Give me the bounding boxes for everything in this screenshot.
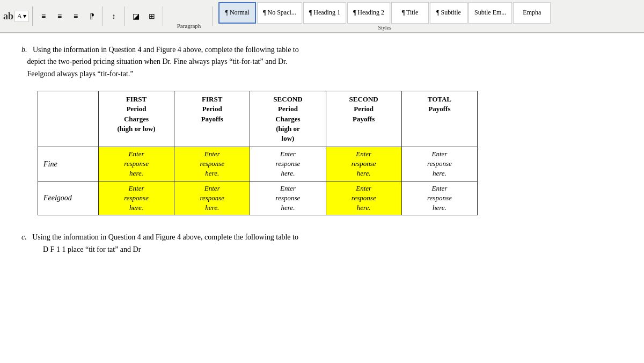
fine-col5[interactable]: Enterresponsehere. [401, 147, 477, 182]
question-c-label: c. [21, 233, 31, 241]
header-second-period-charges-text: SECONDPeriodCharges(high orlow) [273, 95, 302, 142]
question-b-line2: depict the two-period pricing situation … [21, 57, 287, 66]
fine-label: Fine [38, 147, 99, 182]
ab-icon: ab [3, 11, 13, 22]
shading-icon[interactable]: ◪ [128, 9, 143, 24]
style-no-spacing[interactable]: ¶ No Spaci... [257, 2, 302, 24]
feelgood-col4[interactable]: Enterresponsehere. [326, 181, 401, 215]
fine-col1[interactable]: Enterresponsehere. [98, 147, 174, 182]
style-no-spacing-label: ¶ No Spaci... [263, 9, 296, 17]
divider1 [32, 6, 33, 26]
header-second-period-payoffs: SECONDPeriodPayoffs [326, 91, 401, 147]
styles-area: ¶ Normal ¶ No Spaci... ¶ Heading 1 ¶ Hea… [218, 2, 551, 31]
divider3 [125, 6, 125, 26]
style-empha[interactable]: Empha [513, 2, 551, 24]
borders-icon[interactable]: ⊞ [144, 9, 159, 24]
payoff-table: FIRSTPeriodCharges(high or low) FIRSTPer… [38, 91, 478, 215]
style-heading2[interactable]: ¶ Heading 2 [347, 2, 390, 24]
feelgood-label: Feelgood [38, 181, 99, 215]
feelgood-col3[interactable]: Enterresponsehere. [250, 181, 326, 215]
style-title[interactable]: ¶ Title [391, 2, 429, 24]
paragraph-label: Paragraph [177, 23, 201, 29]
sort-icon[interactable]: ↕ [106, 9, 121, 24]
feelgood-col5[interactable]: Enterresponsehere. [401, 181, 477, 215]
document-area: b. Using the information in Question 4 a… [0, 33, 644, 266]
question-c: c. Using the information in Question 4 a… [21, 231, 623, 256]
fine-col4[interactable]: Enterresponsehere. [326, 147, 401, 182]
feelgood-col2[interactable]: Enterresponsehere. [174, 181, 250, 215]
styles-row: ¶ Normal ¶ No Spaci... ¶ Heading 1 ¶ Hea… [218, 2, 551, 24]
style-heading1[interactable]: ¶ Heading 1 [303, 2, 346, 24]
header-first-period-payoffs-text: FIRSTPeriodPayoffs [201, 95, 223, 122]
question-c-text2: D F 1 1 place “tit for tat” and Dr [43, 245, 141, 253]
question-b-line1: Using the information in Question 4 and … [33, 46, 299, 54]
question-b: b. Using the information in Question 4 a… [21, 44, 623, 80]
divider4 [163, 6, 163, 26]
styles-bottom-label: Styles [218, 25, 551, 31]
header-first-period-charges: FIRSTPeriodCharges(high or low) [98, 91, 174, 147]
numbering-icon[interactable]: ⁋ [84, 9, 99, 24]
style-subtle-em-label: Subtle Em... [474, 9, 506, 17]
toolbar: ab A ▾ ≡ ≡ ≡ ⁋ ↕ ◪ ⊞ Paragraph ¶ Normal … [0, 0, 644, 33]
align-center-icon[interactable]: ≡ [52, 9, 67, 24]
style-subtitle[interactable]: ¶ Subtitle [430, 2, 467, 24]
header-second-period-payoffs-text: SECONDPeriodPayoffs [349, 95, 378, 122]
header-first-period-payoffs: FIRSTPeriodPayoffs [174, 91, 250, 147]
style-heading1-label: ¶ Heading 1 [309, 9, 340, 17]
fine-col3[interactable]: Enterresponsehere. [250, 147, 326, 182]
divider5 [213, 6, 213, 26]
header-empty [38, 91, 99, 147]
style-subtitle-label: ¶ Subtitle [436, 9, 461, 17]
header-total-payoffs: TOTALPayoffs [401, 91, 477, 147]
question-c-text: Using the information in Question 4 and … [32, 233, 298, 241]
paragraph-section: Paragraph [167, 3, 210, 29]
header-second-period-charges: SECONDPeriodCharges(high orlow) [250, 91, 326, 147]
style-normal-label: ¶ Normal [225, 9, 249, 17]
question-b-label: b. [21, 46, 31, 54]
style-normal[interactable]: ¶ Normal [218, 2, 256, 24]
align-left-icon[interactable]: ≡ [36, 9, 51, 24]
feelgood-col1[interactable]: Enterresponsehere. [98, 181, 174, 215]
fine-col2[interactable]: Enterresponsehere. [174, 147, 250, 182]
style-empha-label: Empha [523, 9, 541, 17]
toolbar-left-icons: ab A ▾ ≡ ≡ ≡ ⁋ ↕ ◪ ⊞ [3, 6, 165, 26]
style-title-label: ¶ Title [402, 9, 418, 17]
font-dropdown[interactable]: A ▾ [14, 11, 29, 22]
feelgood-row: Feelgood Enterresponsehere. Enterrespons… [38, 181, 478, 215]
table-header-row: FIRSTPeriodCharges(high or low) FIRSTPer… [38, 91, 478, 147]
question-b-line3: Feelgood always plays “tit-for-tat.” [21, 70, 134, 78]
divider2 [103, 6, 103, 26]
style-heading2-label: ¶ Heading 2 [353, 9, 384, 17]
style-subtle-em[interactable]: Subtle Em... [469, 2, 512, 24]
fine-row: Fine Enterresponsehere. Enterresponseher… [38, 147, 478, 182]
header-total-payoffs-text: TOTALPayoffs [428, 95, 451, 113]
align-right-icon[interactable]: ≡ [68, 9, 83, 24]
header-first-period-charges-text: FIRSTPeriodCharges(high or low) [117, 95, 155, 133]
